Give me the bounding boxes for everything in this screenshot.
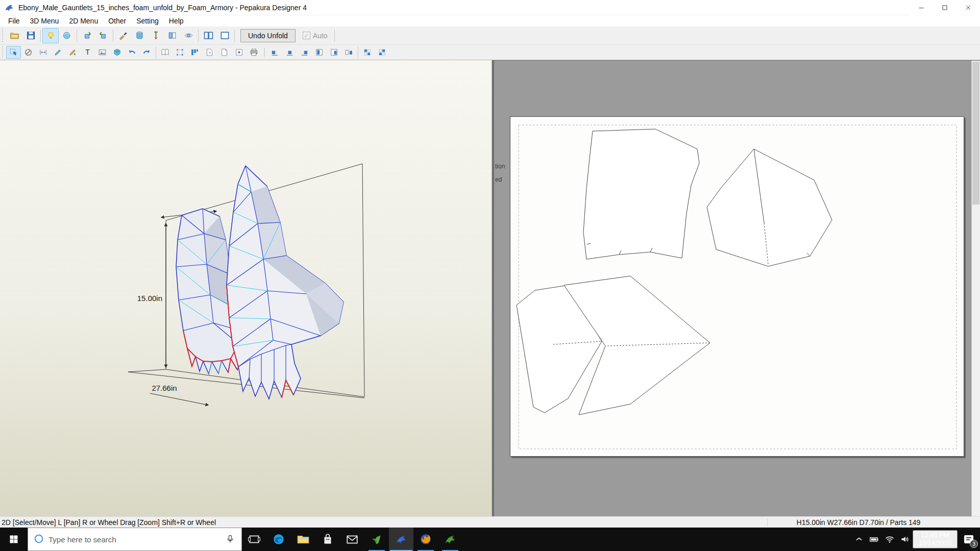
open-file-icon[interactable] xyxy=(6,28,22,43)
menu-item-3d-menu[interactable]: 3D Menu xyxy=(25,16,64,26)
2d-pattern-viewport[interactable]: tion ed xyxy=(494,60,980,516)
plumb-measure-icon[interactable] xyxy=(148,28,164,43)
clock-time: 12:40 PM xyxy=(914,531,957,539)
firefox-icon[interactable] xyxy=(413,528,438,551)
wifi-icon[interactable] xyxy=(882,528,897,551)
align-left-icon[interactable] xyxy=(267,46,282,59)
pattern-sheet[interactable] xyxy=(510,116,964,457)
2d-vertical-scrollbar[interactable] xyxy=(971,61,980,516)
menu-bar-items: File3D Menu2D MenuOtherSettingHelp xyxy=(3,16,189,26)
menu-item-2d-menu[interactable]: 2D Menu xyxy=(64,16,103,26)
clipped-note-line2: ed xyxy=(495,176,502,183)
edit-line-icon[interactable] xyxy=(65,46,80,59)
workspace: 7.70in 15.00in 27.66in xyxy=(0,60,980,516)
draw-line-icon[interactable] xyxy=(51,46,65,59)
battery-icon[interactable] xyxy=(867,528,882,551)
menu-item-setting[interactable]: Setting xyxy=(131,16,164,26)
pattern-piece-hand-top[interactable] xyxy=(707,149,832,266)
redo-icon[interactable] xyxy=(139,46,154,59)
green-leaf-app-icon[interactable] xyxy=(364,528,389,551)
toolbar-separator xyxy=(113,30,113,42)
texture-display-icon[interactable] xyxy=(59,28,75,43)
action-center-button[interactable]: 3 xyxy=(958,528,980,551)
auto-checkbox: ✓ xyxy=(303,32,310,39)
toolbar-separator xyxy=(334,30,335,42)
two-pane-layout-icon[interactable] xyxy=(200,28,216,43)
search-input[interactable] xyxy=(48,535,219,544)
3d-model-viewport[interactable]: 7.70in 15.00in 27.66in xyxy=(0,60,492,516)
microphone-icon[interactable] xyxy=(225,534,235,545)
select-parts-icon[interactable] xyxy=(173,46,187,59)
taskbar-clock[interactable]: 12:40 PM 10/14/2020 xyxy=(913,530,958,549)
grid-select-b-icon[interactable] xyxy=(375,46,389,59)
print-area-icon[interactable] xyxy=(232,46,247,59)
menu-item-help[interactable]: Help xyxy=(164,16,189,26)
close-button[interactable] xyxy=(957,0,980,15)
toolbar-separator xyxy=(263,46,266,59)
orbit-view-icon[interactable] xyxy=(180,28,197,43)
open-book-icon[interactable] xyxy=(158,46,173,59)
toolbar-separator xyxy=(198,30,199,42)
edge-color-icon[interactable] xyxy=(115,28,131,43)
start-button[interactable] xyxy=(0,528,28,551)
2d-pattern-canvas xyxy=(510,117,965,457)
pane-left-icon[interactable] xyxy=(312,46,327,59)
toolbar-separator xyxy=(40,30,41,42)
pattern-piece-forearm-panel[interactable] xyxy=(583,129,699,259)
cube-view-icon[interactable] xyxy=(110,46,125,59)
minimize-button[interactable] xyxy=(910,0,933,15)
text-tool-icon[interactable]: T xyxy=(80,46,95,59)
menu-bar: File3D Menu2D MenuOtherSettingHelp xyxy=(0,15,980,27)
insert-image-icon[interactable] xyxy=(95,46,110,59)
pepakura-app-icon xyxy=(4,3,14,13)
taskbar-apps xyxy=(242,528,462,551)
hidden-icons-chevron-icon[interactable] xyxy=(851,528,867,551)
select-move-icon[interactable] xyxy=(6,46,21,59)
solid-view-icon[interactable] xyxy=(131,28,148,43)
undo-icon[interactable] xyxy=(125,46,139,59)
align-right-icon[interactable] xyxy=(297,46,312,59)
pepakura-viewer-icon[interactable] xyxy=(438,528,462,551)
store-icon[interactable] xyxy=(315,528,340,551)
task-view-button[interactable] xyxy=(242,528,266,551)
system-tray: 12:40 PM 10/14/2020 3 xyxy=(851,528,980,551)
toolbar-row-2: T xyxy=(0,45,980,60)
print-icon[interactable] xyxy=(247,46,261,59)
toolbar-row-1: Undo Unfold ✓ Auto xyxy=(0,27,980,45)
file-explorer-icon[interactable] xyxy=(291,528,315,551)
one-pane-layout-icon[interactable] xyxy=(216,28,233,43)
toolbar-grip[interactable] xyxy=(1,29,5,43)
part-spacing-icon[interactable] xyxy=(36,46,51,59)
toolbar-separator xyxy=(156,46,156,59)
taskbar-search[interactable] xyxy=(28,528,242,551)
rotate-model-left-icon[interactable] xyxy=(79,28,95,43)
mail-icon[interactable] xyxy=(340,528,364,551)
scrollbar-thumb[interactable] xyxy=(972,62,979,205)
undo-unfold-button[interactable]: Undo Unfold xyxy=(240,29,296,42)
clipped-note-line1: tion xyxy=(495,163,505,170)
pane-right-icon[interactable] xyxy=(327,46,341,59)
menu-item-other[interactable]: Other xyxy=(103,16,131,26)
height-dimension-label: 15.00in xyxy=(137,294,162,303)
show-panel-icon[interactable] xyxy=(164,28,180,43)
menu-item-file[interactable]: File xyxy=(3,16,25,26)
maximize-button[interactable] xyxy=(933,0,957,15)
align-center-icon[interactable] xyxy=(282,46,297,59)
prohibit-icon[interactable] xyxy=(21,46,36,59)
status-hint-text: 2D [Select/Move] L [Pan] R or Wheel Drag… xyxy=(0,518,767,527)
arrange-parts-icon[interactable] xyxy=(187,46,202,59)
right-gauntlet-mesh[interactable] xyxy=(227,166,344,399)
save-icon[interactable] xyxy=(22,28,39,43)
rotate-model-right-icon[interactable] xyxy=(95,28,111,43)
taskbar: 12:40 PM 10/14/2020 3 xyxy=(0,528,980,551)
edge-icon[interactable] xyxy=(266,528,291,551)
light-toggle-icon[interactable] xyxy=(42,28,59,43)
cortana-icon xyxy=(33,533,44,546)
volume-icon[interactable] xyxy=(897,528,913,551)
page-icon[interactable] xyxy=(217,46,232,59)
page-export-icon[interactable] xyxy=(202,46,217,59)
toolbar-grip[interactable] xyxy=(1,46,5,58)
grid-select-a-icon[interactable] xyxy=(360,46,375,59)
flip-part-icon[interactable] xyxy=(341,46,356,59)
pepakura-designer-icon[interactable] xyxy=(389,528,413,551)
